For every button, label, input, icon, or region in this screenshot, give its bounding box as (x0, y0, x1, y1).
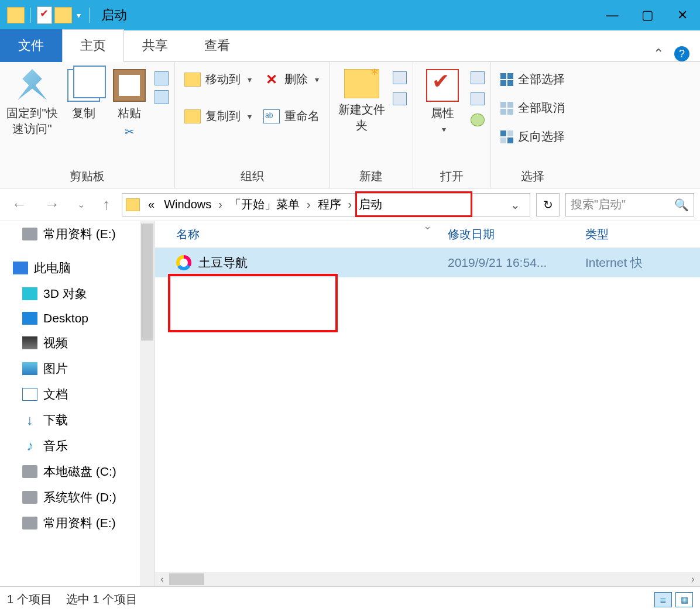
scroll-track[interactable] (169, 572, 686, 586)
tree-item-documents[interactable]: 文档 (0, 381, 140, 407)
drive-icon (22, 228, 37, 240)
open-icon[interactable] (471, 71, 485, 84)
scrollbar-thumb[interactable] (141, 224, 153, 341)
move-to-button[interactable]: 移动到 ▾ (181, 69, 255, 90)
tab-view[interactable]: 查看 (186, 29, 248, 62)
minimize-button[interactable]: — (595, 0, 630, 30)
group-new: 新建文件夹 新建 (330, 62, 413, 188)
properties-button[interactable]: 属性 ▾ (419, 69, 466, 134)
scroll-left-icon[interactable]: ‹ (155, 574, 169, 585)
delete-button[interactable]: ✕ 删除 ▾ (260, 69, 323, 90)
recent-dropdown-icon[interactable]: ⌄ (71, 199, 91, 210)
open-extras (471, 69, 485, 126)
tree-item-music[interactable]: ♪音乐 (0, 433, 140, 459)
download-icon: ↓ (22, 414, 37, 427)
file-row[interactable]: 土豆导航 2019/9/21 16:54... Internet 快 (155, 248, 700, 277)
copy-to-button[interactable]: 复制到 ▾ (181, 106, 255, 126)
address-bar[interactable]: « Windows › 「开始」菜单 › 程序 › 启动 ⌄ (122, 193, 530, 216)
breadcrumb-startup[interactable]: 启动 (354, 197, 387, 212)
tree-item-downloads[interactable]: ↓下载 (0, 407, 140, 433)
move-to-label: 移动到 (205, 71, 241, 87)
folder-icon[interactable] (7, 7, 25, 23)
tab-share[interactable]: 共享 (124, 29, 186, 62)
scroll-thumb[interactable] (169, 573, 204, 585)
tree-item-this-pc[interactable]: 此电脑 (0, 255, 140, 281)
tree-label: 音乐 (43, 438, 68, 454)
edit-icon[interactable] (471, 92, 485, 105)
minimize-ribbon-icon[interactable]: ⌃ (653, 46, 664, 61)
nav-tree[interactable]: 常用资料 (E:) 此电脑 3D 对象 Desktop 视频 图片 文档 ↓下载… (0, 221, 155, 586)
file-list[interactable]: 土豆导航 2019/9/21 16:54... Internet 快 (155, 248, 700, 572)
tab-file[interactable]: 文件 (0, 29, 62, 62)
group-open-label: 打开 (419, 165, 485, 188)
properties-icon[interactable] (37, 6, 52, 24)
breadcrumb-programs[interactable]: 程序 (313, 197, 346, 212)
column-type[interactable]: 类型 (585, 226, 700, 242)
breadcrumb-startmenu[interactable]: 「开始」菜单 (225, 197, 304, 212)
paste-path-icon[interactable] (155, 90, 169, 104)
new-item-icon[interactable] (393, 71, 407, 84)
scroll-right-icon[interactable]: › (686, 574, 700, 585)
window-controls: — ▢ ✕ (595, 0, 700, 30)
column-headers: ⌄ 名称 修改日期 类型 (155, 221, 700, 248)
tree-item-videos[interactable]: 视频 (0, 330, 140, 356)
tree-item-d[interactable]: 系统软件 (D:) (0, 484, 140, 510)
tree-label: 系统软件 (D:) (43, 489, 116, 506)
breadcrumb-separator: › (346, 198, 355, 211)
tree-label: 下载 (43, 412, 68, 428)
up-button[interactable]: ↑ (97, 195, 116, 214)
column-date[interactable]: 修改日期 (448, 226, 585, 242)
quick-access-toolbar: ▾ (0, 6, 93, 24)
pin-button[interactable]: 固定到"快速访问" (6, 69, 59, 137)
icons-view-button[interactable]: ▦ (675, 592, 693, 607)
rename-button[interactable]: 重命名 (260, 106, 323, 126)
copy-button[interactable]: 复制 (63, 69, 104, 121)
invert-selection-button[interactable]: 反向选择 (497, 126, 568, 147)
content: 常用资料 (E:) 此电脑 3D 对象 Desktop 视频 图片 文档 ↓下载… (0, 221, 700, 586)
breadcrumb-windows[interactable]: Windows (159, 198, 216, 211)
details-view-button[interactable]: ≣ (654, 592, 672, 607)
group-organize: 移动到 ▾ 复制到 ▾ ✕ 删除 ▾ 重命名 (175, 62, 330, 188)
invert-label: 反向选择 (518, 129, 565, 145)
select-all-button[interactable]: 全部选择 (497, 69, 568, 90)
back-button[interactable]: ← (6, 195, 33, 214)
group-organize-label: 组织 (181, 165, 323, 188)
paste-label: 粘贴 (118, 105, 141, 121)
forward-button[interactable]: → (39, 195, 66, 214)
tree-label: 视频 (43, 335, 68, 351)
qat-dropdown-icon[interactable]: ▾ (74, 11, 83, 20)
refresh-button[interactable]: ↻ (536, 193, 560, 216)
paste-shortcut-icon[interactable] (155, 71, 169, 85)
tree-item-e[interactable]: 常用资料 (E:) (0, 510, 140, 536)
history-icon[interactable] (471, 114, 485, 126)
file-name: 土豆导航 (198, 255, 248, 271)
tree-item-3d[interactable]: 3D 对象 (0, 281, 140, 307)
status-selected-count: 选中 1 个项目 (66, 592, 138, 607)
column-name[interactable]: 名称 (155, 226, 448, 242)
column-sort-icon[interactable]: ⌄ (423, 219, 432, 232)
horizontal-scrollbar[interactable]: ‹ › (155, 572, 700, 586)
help-icon[interactable]: ? (674, 46, 689, 61)
maximize-button[interactable]: ▢ (630, 0, 665, 30)
tab-home[interactable]: 主页 (62, 29, 124, 62)
close-button[interactable]: ✕ (665, 0, 700, 30)
tree-scrollbar[interactable] (140, 221, 155, 586)
tree-item-desktop[interactable]: Desktop (0, 307, 140, 330)
copy-to-label: 复制到 (205, 108, 241, 124)
new-extras (393, 69, 407, 105)
select-none-icon (500, 102, 513, 115)
tree-item-pictures[interactable]: 图片 (0, 356, 140, 381)
folder-icon-2[interactable] (54, 7, 72, 23)
tree-label: 本地磁盘 (C:) (43, 463, 116, 480)
new-folder-label: 新建文件夹 (335, 102, 388, 133)
new-folder-button[interactable]: 新建文件夹 (335, 69, 388, 133)
search-box[interactable]: 搜索"启动" 🔍 (565, 193, 694, 216)
address-dropdown-icon[interactable]: ⌄ (505, 198, 526, 212)
music-icon: ♪ (22, 439, 37, 452)
tree-item-c[interactable]: 本地磁盘 (C:) (0, 459, 140, 484)
group-open: 属性 ▾ 打开 (413, 62, 491, 188)
paste-button[interactable]: 粘贴 ✂ (109, 69, 150, 139)
select-none-button[interactable]: 全部取消 (497, 98, 568, 118)
easy-access-icon[interactable] (393, 92, 407, 105)
tree-item-e-top[interactable]: 常用资料 (E:) (0, 221, 140, 247)
